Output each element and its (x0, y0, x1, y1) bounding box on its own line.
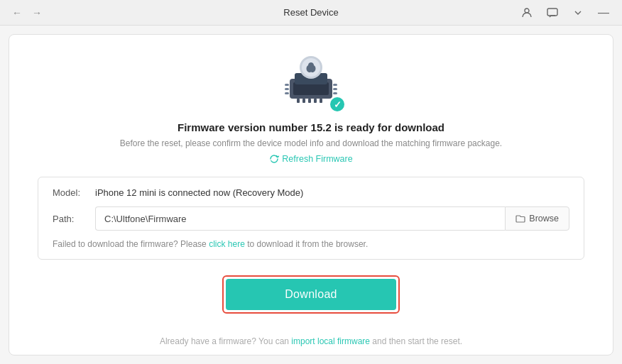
firmware-subtitle: Before the reset, please confirm the dev… (120, 138, 502, 148)
bottom-note: Already have a firmware? You can import … (160, 336, 462, 346)
check-badge: ✓ (329, 96, 346, 113)
svg-rect-7 (285, 84, 289, 86)
browse-button[interactable]: Browse (505, 206, 569, 231)
nav-buttons: ← → (9, 4, 45, 21)
bottom-note-text2: and then start the reset. (370, 336, 462, 346)
svg-rect-1 (547, 9, 557, 16)
title-bar-left: ← → (9, 4, 45, 21)
svg-rect-14 (302, 99, 305, 103)
folder-icon (515, 214, 525, 224)
fail-note-text1: Failed to download the firmware? Please (53, 239, 209, 249)
path-label: Path: (53, 214, 95, 224)
svg-rect-16 (314, 99, 317, 103)
import-local-firmware-link[interactable]: import local firmware (291, 336, 370, 346)
user-icon[interactable] (517, 3, 537, 23)
chat-icon[interactable] (542, 3, 562, 23)
fail-note: Failed to download the firmware? Please … (53, 239, 569, 249)
chevron-down-icon[interactable] (568, 3, 588, 23)
model-value: iPhone 12 mini is connected now (Recover… (95, 187, 303, 198)
refresh-firmware-label: Refresh Firmware (282, 154, 352, 164)
path-row: Path: Browse (53, 206, 569, 231)
firmware-title: Firmware version number 15.2 is ready fo… (178, 121, 444, 133)
svg-rect-8 (285, 88, 289, 90)
bottom-note-text1: Already have a firmware? You can (160, 336, 291, 346)
main-content: ✓ Firmware version number 15.2 is ready … (9, 34, 613, 355)
svg-rect-17 (320, 99, 322, 103)
fail-note-text2: to download it from the browser. (245, 239, 368, 249)
svg-rect-12 (333, 92, 337, 94)
svg-rect-15 (308, 99, 311, 103)
info-section: Model: iPhone 12 mini is connected now (… (38, 177, 584, 260)
title-bar-right: — (517, 3, 613, 23)
model-row: Model: iPhone 12 mini is connected now (… (53, 187, 569, 198)
title-bar: ← → Reset Device — (0, 0, 622, 26)
svg-rect-11 (333, 88, 337, 90)
download-button[interactable]: Download (226, 279, 396, 310)
svg-rect-10 (333, 84, 337, 86)
svg-rect-13 (297, 99, 300, 103)
minimize-button[interactable]: — (594, 3, 613, 23)
device-icon-area: ✓ (279, 52, 343, 111)
click-here-link[interactable]: click here (209, 239, 245, 249)
svg-point-0 (525, 9, 529, 13)
svg-rect-9 (285, 92, 289, 94)
window-title: Reset Device (283, 7, 338, 18)
download-button-wrapper: Download (222, 275, 400, 314)
model-label: Model: (53, 187, 95, 198)
refresh-icon (269, 154, 279, 164)
browse-label: Browse (529, 214, 559, 224)
path-input[interactable] (95, 206, 505, 231)
forward-button[interactable]: → (28, 4, 45, 21)
back-button[interactable]: ← (9, 4, 26, 21)
refresh-firmware-link[interactable]: Refresh Firmware (269, 154, 352, 164)
